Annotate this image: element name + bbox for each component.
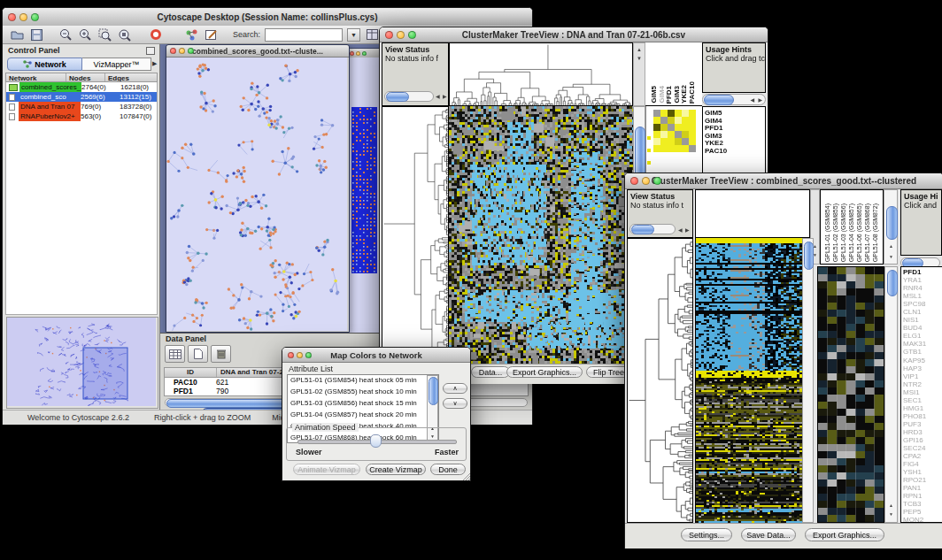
close-button[interactable] — [385, 31, 393, 39]
gene-label[interactable]: YSH1 — [901, 468, 942, 476]
create-vizmap-button[interactable]: Create Vizmap — [366, 464, 426, 475]
scroll-down-icon[interactable]: ▼ — [889, 511, 893, 517]
scroll-left-icon[interactable]: ◀ — [436, 94, 440, 99]
move-down-button[interactable]: ∨ — [443, 398, 467, 409]
gene-label[interactable]: PFD1 — [901, 268, 942, 276]
minimize-button[interactable] — [19, 13, 27, 21]
scroll-down-icon[interactable]: ▼ — [889, 254, 893, 259]
column-dendrogram-area[interactable] — [695, 189, 810, 238]
minimize-button[interactable] — [397, 31, 405, 39]
scroll-up-icon[interactable]: ▲ — [889, 243, 893, 249]
tab-vizmapper[interactable]: VizMapper™ — [82, 58, 151, 71]
gene-label[interactable]: PHO81 — [901, 412, 942, 420]
close-button[interactable] — [288, 352, 294, 358]
scroll-up-icon[interactable]: ▲ — [637, 47, 642, 52]
global-heatmap[interactable] — [695, 238, 802, 523]
matrix-cell[interactable] — [682, 131, 689, 138]
tab-overflow-button[interactable]: ▶ — [152, 60, 157, 67]
network-table-header[interactable]: Network Nodes Edges — [5, 73, 158, 82]
gene-label[interactable]: GTB1 — [901, 348, 942, 356]
minimize-button[interactable] — [642, 177, 650, 185]
scroll-left-icon[interactable]: ◀ — [678, 227, 683, 233]
zoom-button[interactable] — [305, 352, 312, 358]
column-label[interactable]: GIM3 — [674, 86, 681, 104]
matrix-cell[interactable] — [660, 145, 668, 152]
network-list[interactable]: combined_scores_ 2764(0) 16218(0) combin… — [5, 82, 158, 315]
minimize-button[interactable] — [179, 48, 185, 54]
matrix-cell[interactable] — [653, 117, 660, 124]
matrix-cell[interactable] — [689, 117, 696, 124]
matrix-cell[interactable] — [660, 138, 668, 145]
new-attribute-icon[interactable] — [188, 345, 208, 363]
network-overview-panel[interactable] — [6, 317, 158, 409]
view-status-hscrollbar[interactable] — [629, 224, 676, 234]
speed-slider-thumb[interactable] — [370, 434, 382, 448]
matrix-cell[interactable] — [653, 124, 660, 131]
close-button[interactable] — [350, 51, 354, 56]
network-canvas-2[interactable] — [351, 107, 377, 273]
gene-label[interactable]: PUF3 — [901, 420, 942, 428]
matrix-cell[interactable] — [675, 131, 682, 138]
column-dendrogram[interactable] — [449, 42, 633, 106]
gene-label[interactable]: TCB3 — [901, 500, 942, 508]
heatmap-canvas[interactable] — [449, 106, 633, 364]
gene-label[interactable]: RPO21 — [901, 476, 942, 484]
zoom-button[interactable] — [188, 48, 194, 54]
gene-label[interactable]: CLN1 — [901, 308, 942, 316]
attribute-item[interactable]: GPL51-02 (GSM855) heat shock 10 min — [288, 387, 438, 398]
zoom-heatmap[interactable] — [817, 266, 884, 523]
gene-label[interactable]: MSI1 — [901, 388, 942, 396]
gene-label[interactable]: RPN1 — [901, 492, 942, 500]
array-label[interactable]: GPL51-06 (GSM865) — [855, 203, 863, 262]
array-label[interactable]: GPL51-02 (GSM855) — [831, 203, 839, 262]
dialog-title-bar[interactable]: Map Colors to Network — [282, 348, 470, 363]
attribute-item[interactable]: GPL51-03 (GSM856) heat shock 15 min — [288, 398, 438, 410]
gene-label[interactable]: ELG1 — [901, 332, 942, 340]
array-label[interactable]: GPL51-01 (GSM854) — [823, 203, 831, 262]
zoom-selected-icon[interactable] — [97, 27, 112, 42]
network-list-row[interactable]: RNAPuberNov2+ 563(0) 107847(0) — [6, 111, 157, 121]
gene-label[interactable]: MSL1 — [901, 292, 942, 300]
minimize-button[interactable] — [297, 352, 303, 358]
matrix-cell[interactable] — [682, 110, 689, 117]
correlation-matrix[interactable] — [653, 110, 696, 152]
open-file-button[interactable] — [10, 27, 25, 42]
column-label[interactable]: PFD1 — [666, 86, 673, 104]
close-button[interactable] — [630, 177, 638, 185]
zoom-heatmap-canvas[interactable] — [818, 267, 884, 522]
gene-label[interactable]: FIG4 — [901, 460, 942, 468]
network-list-row[interactable]: combined_scores_ 2764(0) 16218(0) — [6, 82, 157, 92]
treeview1-title-bar[interactable]: ClusterMaker TreeView : DNA and Tran 07-… — [380, 27, 768, 42]
matrix-cell[interactable] — [660, 131, 668, 138]
matrix-cell[interactable] — [682, 138, 689, 145]
matrix-cell[interactable] — [668, 145, 675, 152]
attribute-item[interactable]: GPL51-04 (GSM857) heat shock 20 min — [288, 410, 438, 421]
matrix-cell[interactable] — [675, 145, 682, 152]
footer-button[interactable]: Export Graphics... — [805, 528, 884, 541]
heatmap-column-labels[interactable]: GIM5GIM4PFD1GIM3YKE2PAC10 — [645, 42, 702, 106]
delete-attribute-icon[interactable] — [211, 345, 231, 363]
footer-button[interactable]: Data... — [471, 366, 510, 378]
footer-button[interactable]: Settings... — [681, 528, 732, 541]
gene-label[interactable]: KAP95 — [901, 357, 942, 364]
matrix-cell[interactable] — [668, 117, 675, 124]
matrix-cell[interactable] — [689, 145, 696, 152]
matrix-cell[interactable] — [682, 145, 689, 152]
matrix-cell[interactable] — [675, 110, 682, 117]
network-overview-canvas[interactable] — [7, 318, 156, 406]
matrix-cell[interactable] — [653, 145, 660, 152]
matrix-cell[interactable] — [653, 110, 660, 117]
matrix-cell[interactable] — [660, 110, 668, 117]
scroll-right-icon[interactable]: ▶ — [685, 227, 690, 233]
array-label[interactable]: GPL51-04 (GSM857) — [847, 203, 855, 262]
matrix-cell[interactable] — [675, 124, 682, 131]
done-button[interactable]: Done — [430, 464, 466, 475]
help-lifesaver-icon[interactable] — [148, 27, 163, 42]
row-dendrogram-canvas[interactable] — [382, 107, 448, 363]
gene-label[interactable]: CPA2 — [901, 452, 942, 460]
network-view-window-2[interactable] — [346, 48, 382, 334]
heatmap-main[interactable] — [449, 106, 633, 364]
column-label[interactable]: GIM5 — [651, 86, 658, 104]
vizmapper-icon[interactable] — [184, 27, 199, 42]
array-label[interactable]: GPL51-08 (GSM872) — [871, 203, 879, 262]
